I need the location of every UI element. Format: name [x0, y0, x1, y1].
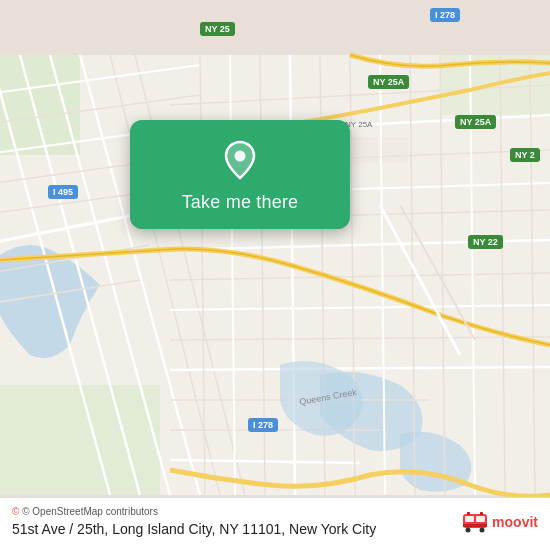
location-card: Take me there: [130, 120, 350, 229]
svg-rect-58: [463, 524, 487, 527]
svg-rect-50: [352, 137, 378, 163]
take-me-there-button[interactable]: Take me there: [182, 192, 299, 213]
attribution: © © OpenStreetMap contributors: [12, 506, 538, 517]
svg-point-60: [480, 528, 485, 533]
moovit-logo: moovit: [461, 508, 538, 536]
svg-rect-57: [476, 516, 485, 522]
svg-rect-61: [467, 512, 470, 515]
shield-i278-bottom: I 278: [248, 418, 278, 432]
map-background: Queens Creek NY 25A: [0, 0, 550, 550]
bottom-bar: © © OpenStreetMap contributors 51st Ave …: [0, 497, 550, 550]
attribution-text: © OpenStreetMap contributors: [22, 506, 158, 517]
shield-ny25a-2: NY 25A: [455, 115, 496, 129]
svg-point-54: [235, 151, 246, 162]
svg-point-59: [466, 528, 471, 533]
location-pin-icon: [218, 138, 262, 182]
location-label: 51st Ave / 25th, Long Island City, NY 11…: [12, 520, 392, 540]
svg-rect-62: [480, 512, 483, 515]
shield-i495-left: I 495: [48, 185, 78, 199]
moovit-text: moovit: [492, 514, 538, 530]
svg-rect-51: [382, 137, 408, 163]
copyright-symbol: ©: [12, 506, 19, 517]
map-container: Queens Creek NY 25A I 278 NY 25 NY 25A N…: [0, 0, 550, 550]
shield-i278-top: I 278: [430, 8, 460, 22]
svg-rect-56: [465, 516, 474, 522]
moovit-bus-icon: [461, 508, 489, 536]
shield-ny22: NY 22: [468, 235, 503, 249]
shield-ny2: NY 2: [510, 148, 540, 162]
shield-ny25: NY 25: [200, 22, 235, 36]
shield-ny25a-1: NY 25A: [368, 75, 409, 89]
